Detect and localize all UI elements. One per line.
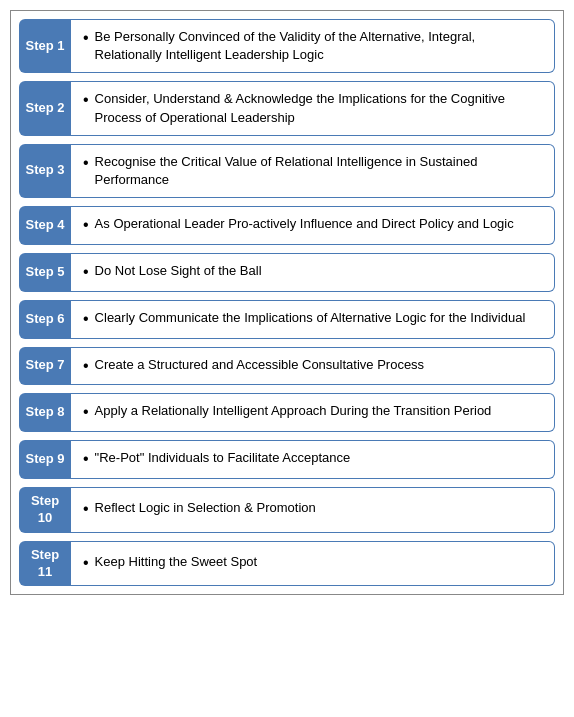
step-row: Step 7•Create a Structured and Accessibl… — [19, 347, 555, 386]
step-content-5: •Do Not Lose Sight of the Ball — [71, 253, 555, 292]
step-row: Step 11•Keep Hitting the Sweet Spot — [19, 541, 555, 587]
step-content-8: •Apply a Relationally Intelligent Approa… — [71, 393, 555, 432]
step-label-8: Step 8 — [19, 393, 71, 432]
step-content-11: •Keep Hitting the Sweet Spot — [71, 541, 555, 587]
step-content-3: •Recognise the Critical Value of Relatio… — [71, 144, 555, 198]
step-text-8: Apply a Relationally Intelligent Approac… — [95, 402, 492, 420]
bullet-icon: • — [83, 262, 89, 283]
bullet-icon: • — [83, 90, 89, 111]
step-content-inner: •Clearly Communicate the Implications of… — [83, 309, 525, 330]
step-text-4: As Operational Leader Pro-actively Influ… — [95, 215, 514, 233]
step-content-inner: •Apply a Relationally Intelligent Approa… — [83, 402, 491, 423]
step-label-4: Step 4 — [19, 206, 71, 245]
step-content-9: •"Re-Pot" Individuals to Facilitate Acce… — [71, 440, 555, 479]
step-text-11: Keep Hitting the Sweet Spot — [95, 553, 258, 571]
bullet-icon: • — [83, 449, 89, 470]
step-label-1: Step 1 — [19, 19, 71, 73]
step-label-9: Step 9 — [19, 440, 71, 479]
step-text-6: Clearly Communicate the Implications of … — [95, 309, 526, 327]
step-row: Step 5•Do Not Lose Sight of the Ball — [19, 253, 555, 292]
bullet-icon: • — [83, 153, 89, 174]
step-label-6: Step 6 — [19, 300, 71, 339]
step-row: Step 10•Reflect Logic in Selection & Pro… — [19, 487, 555, 533]
bullet-icon: • — [83, 356, 89, 377]
step-content-inner: •Create a Structured and Accessible Cons… — [83, 356, 424, 377]
bullet-icon: • — [83, 309, 89, 330]
step-row: Step 4•As Operational Leader Pro-activel… — [19, 206, 555, 245]
step-content-inner: •Do Not Lose Sight of the Ball — [83, 262, 262, 283]
step-content-6: •Clearly Communicate the Implications of… — [71, 300, 555, 339]
step-content-inner: •Recognise the Critical Value of Relatio… — [83, 153, 542, 189]
step-text-7: Create a Structured and Accessible Consu… — [95, 356, 425, 374]
step-row: Step 9•"Re-Pot" Individuals to Facilitat… — [19, 440, 555, 479]
step-text-10: Reflect Logic in Selection & Promotion — [95, 499, 316, 517]
bullet-icon: • — [83, 499, 89, 520]
step-content-inner: •Keep Hitting the Sweet Spot — [83, 553, 257, 574]
step-content-inner: •Reflect Logic in Selection & Promotion — [83, 499, 316, 520]
step-content-7: •Create a Structured and Accessible Cons… — [71, 347, 555, 386]
step-text-3: Recognise the Critical Value of Relation… — [95, 153, 542, 189]
step-label-7: Step 7 — [19, 347, 71, 386]
step-row: Step 2•Consider, Understand & Acknowledg… — [19, 81, 555, 135]
steps-container: Step 1•Be Personally Convinced of the Va… — [10, 10, 564, 595]
step-text-5: Do Not Lose Sight of the Ball — [95, 262, 262, 280]
step-row: Step 8•Apply a Relationally Intelligent … — [19, 393, 555, 432]
step-content-2: •Consider, Understand & Acknowledge the … — [71, 81, 555, 135]
step-content-inner: •As Operational Leader Pro-actively Infl… — [83, 215, 514, 236]
bullet-icon: • — [83, 553, 89, 574]
step-text-2: Consider, Understand & Acknowledge the I… — [95, 90, 542, 126]
bullet-icon: • — [83, 402, 89, 423]
step-text-9: "Re-Pot" Individuals to Facilitate Accep… — [95, 449, 351, 467]
bullet-icon: • — [83, 28, 89, 49]
bullet-icon: • — [83, 215, 89, 236]
step-label-10: Step 10 — [19, 487, 71, 533]
step-content-inner: •Be Personally Convinced of the Validity… — [83, 28, 542, 64]
step-content-1: •Be Personally Convinced of the Validity… — [71, 19, 555, 73]
step-label-5: Step 5 — [19, 253, 71, 292]
step-label-11: Step 11 — [19, 541, 71, 587]
step-content-4: •As Operational Leader Pro-actively Infl… — [71, 206, 555, 245]
step-label-2: Step 2 — [19, 81, 71, 135]
step-row: Step 6•Clearly Communicate the Implicati… — [19, 300, 555, 339]
step-content-10: •Reflect Logic in Selection & Promotion — [71, 487, 555, 533]
step-label-3: Step 3 — [19, 144, 71, 198]
step-content-inner: •Consider, Understand & Acknowledge the … — [83, 90, 542, 126]
step-row: Step 3•Recognise the Critical Value of R… — [19, 144, 555, 198]
step-content-inner: •"Re-Pot" Individuals to Facilitate Acce… — [83, 449, 350, 470]
step-text-1: Be Personally Convinced of the Validity … — [95, 28, 542, 64]
step-row: Step 1•Be Personally Convinced of the Va… — [19, 19, 555, 73]
